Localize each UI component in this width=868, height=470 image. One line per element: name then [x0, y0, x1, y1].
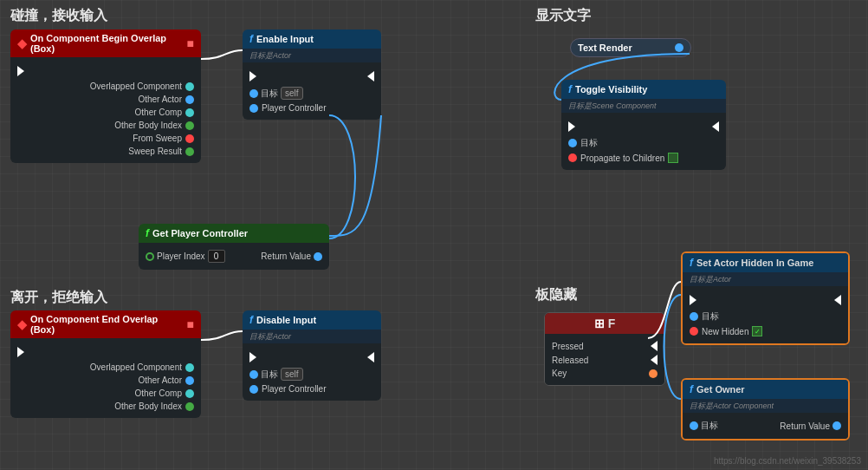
other-body-index-label2: Other Body Index [17, 401, 182, 411]
owner-return-label: Return Value [780, 421, 830, 431]
on-end-overlap-node: ◆ On Component End Overlap (Box) ■ Overl… [10, 310, 201, 418]
self-box: self [281, 87, 303, 100]
other-comp-label: Other Comp [17, 108, 182, 117]
other-comp-pin [185, 108, 194, 117]
player-index-value: 0 [208, 250, 225, 263]
other-actor-label: Other Actor [17, 95, 182, 104]
on-begin-overlap-title: On Component Begin Overlap (Box) [30, 33, 184, 54]
other-body-index-pin [185, 121, 194, 130]
func-icon5: f [690, 383, 693, 395]
pressed-pin [651, 341, 657, 351]
text-render-pin [675, 43, 683, 52]
new-hidden-pin [690, 327, 698, 336]
set-actor-hidden-subtitle: 目标是Actor [690, 275, 731, 284]
released-label: Released [552, 356, 588, 365]
exec-in-pin4 [690, 295, 696, 305]
enable-input-node: f Enable Input 目标是Actor 目标 self Player C… [243, 29, 381, 120]
set-actor-hidden-title: Set Actor Hidden In Game [696, 258, 813, 268]
set-actor-hidden-node: f Set Actor Hidden In Game 目标是Actor 目标 N… [681, 251, 850, 345]
f-key-node: ⊞ F Pressed Released Key [544, 312, 665, 386]
section-leave: 离开，拒绝输入 [10, 289, 107, 307]
text-render-title: Text Render [578, 42, 632, 53]
new-hidden-label: New Hidden [702, 327, 748, 336]
section-collision: 碰撞，接收输入 [10, 7, 107, 25]
other-comp-label2: Other Comp [17, 388, 182, 398]
target-pin4 [690, 312, 698, 321]
f-key-icon: ⊞ [594, 317, 605, 330]
func-icon3: f [568, 83, 572, 95]
player-index-label: Player Index [157, 251, 205, 261]
on-end-overlap-title: On Component End Overlap (Box) [30, 314, 184, 335]
player-controller-pin [249, 104, 258, 113]
func-icon4: f [690, 257, 693, 269]
enable-input-title: Enable Input [256, 34, 314, 44]
other-body-index-label: Other Body Index [17, 121, 182, 130]
get-player-controller-node: f Get Player Controller Player Index 0 R… [139, 224, 329, 270]
target-label: 目标 [261, 88, 278, 100]
enable-input-subtitle: 目标是Actor [249, 51, 291, 60]
player-controller-label: Player Controller [262, 103, 326, 113]
target-label3: 目标 [580, 137, 598, 149]
text-render-node: Text Render [570, 38, 691, 57]
close-icon: ■ [187, 36, 194, 50]
owner-return-pin [832, 421, 841, 430]
propagate-checkbox[interactable] [668, 153, 678, 163]
other-actor-label2: Other Actor [17, 375, 182, 385]
exec-in-pin [249, 71, 256, 82]
get-owner-node: f Get Owner 目标是Actor Component 目标 Return… [681, 378, 850, 441]
target-pin [249, 89, 258, 98]
close-icon2: ■ [187, 317, 194, 331]
from-sweep-label: From Sweep [17, 134, 182, 143]
key-label: Key [552, 369, 567, 378]
sweep-result-label: Sweep Result [17, 147, 182, 156]
player-index-pin [146, 252, 154, 261]
key-pin [649, 369, 657, 378]
propagate-label: Propagate to Children [580, 153, 664, 163]
overlapped-component-label: Overlapped Component [17, 82, 182, 91]
pressed-label: Pressed [552, 342, 584, 351]
player-controller-pin2 [249, 385, 258, 394]
func-green-icon: f [146, 227, 149, 239]
f-key-title: F [608, 317, 616, 330]
propagate-pin [568, 153, 577, 162]
toggle-visibility-title: Toggle Visibility [575, 84, 647, 95]
get-player-controller-title: Get Player Controller [152, 228, 248, 238]
watermark: https://blog.csdn.net/weixin_39538253 [714, 456, 861, 466]
released-pin [651, 355, 657, 365]
overlapped-component-pin2 [185, 363, 194, 372]
disable-input-subtitle: 目标是Actor [249, 332, 291, 341]
target-label2: 目标 [261, 369, 278, 381]
exec-out-pin2 [17, 347, 24, 357]
return-value-pin [314, 252, 322, 261]
overlapped-component-pin [185, 82, 194, 91]
event-icon2: ◆ [17, 317, 27, 331]
target-pin2 [249, 370, 258, 379]
exec-in-pin2 [249, 352, 256, 362]
section-display: 显示文字 [535, 7, 591, 25]
other-body-index-pin2 [185, 402, 194, 411]
sweep-result-pin [185, 147, 194, 156]
return-value-label: Return Value [261, 251, 311, 261]
other-comp-pin2 [185, 389, 194, 398]
func-icon: f [249, 33, 253, 45]
exec-out-pin4 [712, 121, 719, 132]
overlapped-component-label2: Overlapped Component [17, 362, 182, 372]
new-hidden-checkbox[interactable]: ✓ [752, 326, 762, 336]
func-icon2: f [249, 314, 253, 326]
exec-out-pin5 [834, 295, 841, 305]
exec-in-pin3 [568, 121, 575, 132]
other-actor-pin [185, 95, 194, 104]
target-pin3 [568, 139, 577, 147]
exec-out-pin [17, 66, 24, 76]
toggle-visibility-node: f Toggle Visibility 目标是Scene Component 目… [561, 80, 726, 170]
owner-target-pin [690, 421, 698, 430]
disable-input-node: f Disable Input 目标是Actor 目标 self Player … [243, 310, 381, 401]
get-owner-title: Get Owner [696, 384, 745, 395]
exec-out-pin3 [367, 352, 374, 362]
get-owner-subtitle: 目标是Actor Component [690, 401, 774, 410]
disable-input-title: Disable Input [256, 315, 316, 325]
owner-target-label: 目标 [701, 420, 718, 432]
event-icon: ◆ [17, 36, 27, 50]
toggle-visibility-subtitle: 目标是Scene Component [568, 101, 657, 110]
player-controller-label2: Player Controller [262, 384, 326, 394]
